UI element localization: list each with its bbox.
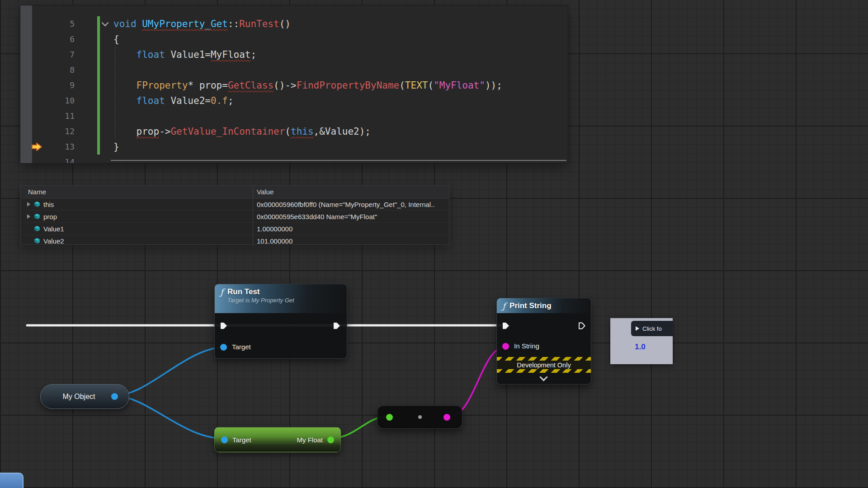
variable-name: this — [43, 201, 54, 208]
variable-icon — [34, 213, 40, 220]
watch-panel[interactable]: Name Value this0x000005960fbf0ff0 (Name=… — [20, 185, 449, 245]
line-number[interactable]: 11 — [20, 108, 75, 124]
code-line[interactable]: 14 — [20, 155, 568, 163]
exec-output-pin[interactable] — [332, 321, 341, 330]
watch-rows[interactable]: this0x000005960fbf0ff0 (Name="MyProperty… — [21, 198, 449, 247]
watch-row[interactable]: Value2101.000000 — [21, 235, 449, 247]
code-line[interactable]: 10 float Value2=0.f; — [20, 93, 568, 108]
code-line[interactable]: 12 prop->GetValue_InContainer(this,&Valu… — [20, 124, 568, 139]
development-only-label: Development Only — [497, 361, 591, 369]
debug-value: 1.0 — [635, 343, 646, 352]
node-subtitle: Target is My Property Get — [227, 296, 294, 304]
line-number[interactable]: 10 — [20, 93, 75, 108]
target-pin-label: Target — [232, 436, 251, 444]
line-number[interactable]: 14 — [20, 155, 75, 163]
variable-icon — [34, 225, 40, 232]
in-string-input-pin[interactable] — [502, 343, 509, 350]
variable-value: 1.00000000 — [253, 223, 449, 235]
code-lines[interactable]: 5void UMyProperty_Get::RunTest()6{7 floa… — [20, 16, 568, 163]
line-number[interactable]: 7 — [20, 47, 75, 62]
my-float-output-pin[interactable] — [327, 436, 334, 443]
code-line[interactable]: 13} — [20, 139, 568, 155]
watch-row[interactable]: prop0x00000595e633dd40 Name="MyFloat" — [21, 211, 449, 223]
node-title: Print String — [509, 301, 552, 310]
node-title: Run Test — [227, 287, 294, 296]
my-float-pin-label: My Float — [297, 436, 323, 444]
exec-output-pin[interactable] — [577, 321, 586, 330]
run-test-node-header[interactable]: ƒ Run Test Target is My Property Get — [215, 284, 347, 313]
variable-icon — [34, 238, 40, 244]
variable-name: Value2 — [43, 237, 64, 245]
hazard-stripes-bottom — [497, 369, 591, 373]
get-my-float-node[interactable]: Target My Float — [214, 427, 341, 452]
code-line[interactable]: 7 float Value1=MyFloat; — [20, 47, 568, 62]
name-column-header[interactable]: Name — [21, 186, 253, 198]
line-number[interactable]: 12 — [20, 124, 75, 139]
fold-chevron-icon[interactable] — [102, 19, 109, 27]
function-icon: ƒ — [220, 287, 223, 297]
float-input-pin[interactable] — [386, 414, 393, 421]
my-object-node[interactable]: My Object — [40, 384, 129, 409]
variable-name: prop — [43, 213, 57, 221]
print-string-node-header[interactable]: ƒ Print String — [497, 298, 591, 313]
target-input-pin[interactable] — [220, 344, 227, 351]
my-object-label: My Object — [62, 393, 107, 401]
target-input-pin[interactable] — [221, 436, 228, 443]
watch-header: Name Value — [21, 186, 449, 198]
editor-scrollbar[interactable] — [111, 160, 566, 161]
exec-input-pin[interactable] — [219, 321, 228, 330]
variable-value: 0x000005960fbf0ff0 (Name="MyProperty_Get… — [253, 198, 449, 210]
code-line[interactable]: 9 FProperty* prop=GetClass()->FindProper… — [20, 78, 568, 93]
hazard-stripes-top — [497, 357, 591, 361]
expander-icon[interactable] — [27, 214, 30, 219]
offscreen-node-fragment[interactable] — [0, 473, 24, 488]
exec-input-pin[interactable] — [501, 321, 510, 330]
line-number[interactable]: 13 — [20, 139, 75, 155]
target-pin-label: Target — [232, 343, 251, 351]
execution-pointer-icon[interactable] — [31, 142, 42, 151]
object-wire-to-runtest[interactable] — [113, 347, 226, 396]
code-editor[interactable]: 5void UMyProperty_Get::RunTest()6{7 floa… — [20, 5, 568, 163]
line-number[interactable]: 8 — [20, 62, 75, 78]
line-number[interactable]: 5 — [20, 16, 75, 32]
variable-value: 0x00000595e633dd40 Name="MyFloat" — [253, 211, 449, 222]
variable-icon — [34, 201, 40, 207]
string-output-pin[interactable] — [443, 414, 450, 421]
code-line[interactable]: 8 — [20, 62, 568, 78]
variable-value: 101.000000 — [253, 235, 449, 247]
collapse-chevron-icon[interactable] — [539, 373, 547, 381]
function-icon: ƒ — [502, 301, 505, 311]
play-icon — [636, 326, 639, 331]
code-line[interactable]: 6{ — [20, 32, 568, 47]
click-for-full-text-button[interactable]: Click fo — [631, 321, 673, 336]
line-number[interactable]: 9 — [20, 78, 75, 93]
float-to-string-conversion-node[interactable] — [377, 405, 462, 429]
code-line[interactable]: 11 — [20, 108, 568, 124]
debug-value-tooltip: Click fo 1.0 — [610, 318, 673, 364]
development-only-banner: Development Only — [497, 357, 591, 373]
value-column-header[interactable]: Value — [253, 186, 449, 198]
code-line[interactable]: 5void UMyProperty_Get::RunTest() — [20, 16, 568, 32]
watch-row[interactable]: this0x000005960fbf0ff0 (Name="MyProperty… — [21, 198, 449, 211]
run-test-node[interactable]: ƒ Run Test Target is My Property Get Tar… — [214, 284, 347, 359]
object-wire-to-getter[interactable] — [113, 396, 226, 439]
click-button-label: Click fo — [642, 325, 662, 332]
print-string-node[interactable]: ƒ Print String In String Development Onl… — [496, 298, 591, 385]
expander-icon[interactable] — [27, 202, 30, 206]
blueprint-canvas[interactable]: { "colors": { "code_keyword": "#569cd6",… — [0, 0, 868, 488]
variable-name: Value1 — [43, 225, 64, 233]
watch-row[interactable]: Value11.00000000 — [21, 223, 449, 235]
in-string-pin-label: In String — [514, 342, 539, 350]
conversion-dot-icon — [418, 415, 422, 419]
my-object-output-pin[interactable] — [111, 393, 118, 400]
line-number[interactable]: 6 — [20, 32, 75, 47]
